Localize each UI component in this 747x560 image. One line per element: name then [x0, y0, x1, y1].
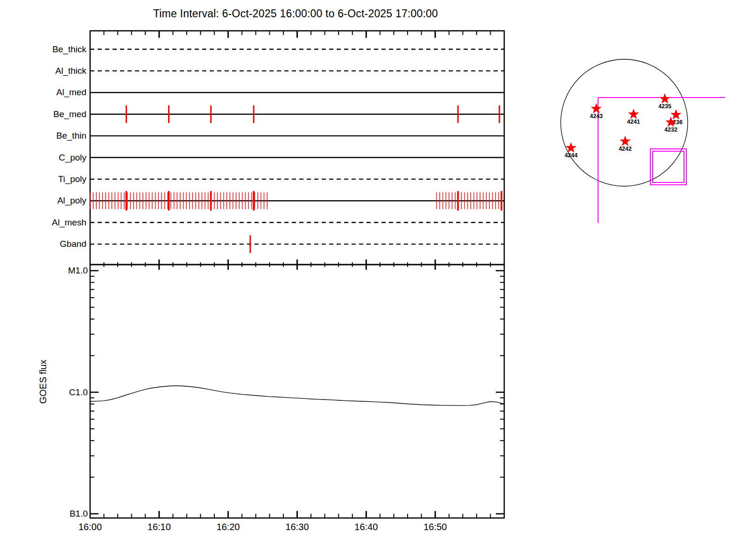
fov-box-inner — [653, 151, 684, 182]
active-region-label: 4242 — [619, 146, 632, 152]
active-region-star — [660, 94, 670, 103]
active-region-star — [629, 109, 639, 119]
goes-curve — [90, 386, 504, 406]
plot-canvas: 4235424342414236423242424244 — [0, 0, 747, 560]
active-region-star — [620, 136, 630, 146]
fov-box — [650, 149, 686, 185]
active-region-label: 4244 — [564, 152, 578, 159]
xrt-goes-observation-figure: Time Interval: 6-Oct-2025 16:00:00 to 6-… — [0, 0, 747, 560]
active-region-star — [566, 143, 576, 152]
active-region-label: 4243 — [590, 113, 603, 119]
active-region-label: 4232 — [664, 126, 677, 133]
goes-panel-frame — [90, 265, 504, 518]
timeline-panel-frame — [90, 31, 504, 265]
active-region-star — [671, 110, 681, 119]
active-region-label: 4241 — [627, 119, 640, 125]
active-region-star — [592, 104, 601, 113]
active-region-label: 4235 — [658, 103, 671, 110]
